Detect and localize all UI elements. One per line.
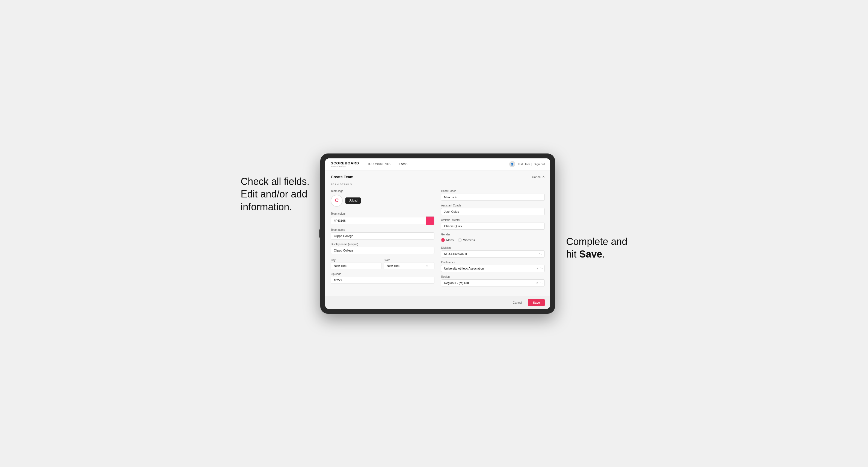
region-select[interactable]: Region II - (M) DIII: [441, 279, 545, 286]
top-cancel-button[interactable]: Cancel ✕: [532, 175, 545, 179]
page-title: Create Team: [331, 175, 353, 179]
state-label: State: [383, 259, 390, 261]
assistant-coach-label: Assistant Coach: [441, 204, 545, 207]
head-coach-group: Head Coach: [441, 190, 545, 201]
gender-label: Gender: [441, 233, 545, 236]
tablet-side-button: [319, 229, 320, 238]
gender-mens-radio[interactable]: [441, 238, 445, 242]
display-name-label: Display name (unique): [331, 243, 434, 246]
conference-group: Conference University Athletic Associati…: [441, 261, 545, 272]
division-select[interactable]: NCAA Division III: [441, 250, 545, 257]
right-line1: Complete and: [566, 236, 627, 247]
state-select[interactable]: New York: [383, 262, 434, 269]
right-period: .: [602, 249, 605, 260]
city-state-row: City State New York: [331, 257, 434, 269]
nav-teams[interactable]: TEAMS: [397, 159, 407, 169]
zip-input[interactable]: [331, 277, 434, 284]
nav-links: TOURNAMENTS TEAMS: [367, 159, 509, 169]
gender-mens-label: Mens: [446, 239, 454, 242]
team-name-input[interactable]: [331, 232, 434, 240]
city-input[interactable]: [331, 262, 381, 269]
head-coach-input[interactable]: [441, 194, 545, 201]
conference-select-wrapper: University Athletic Association ✕ ⌃⌄: [441, 265, 545, 272]
save-button[interactable]: Save: [528, 299, 545, 306]
footer-cancel-button[interactable]: Cancel: [509, 299, 525, 306]
gender-womens-option[interactable]: Womens: [458, 238, 475, 242]
right-bold: Save: [579, 249, 602, 260]
state-group: State New York ✕ ⌃⌄: [383, 257, 434, 269]
gender-womens-radio[interactable]: [458, 238, 462, 242]
team-logo-group: Team logo C Upload: [331, 190, 434, 209]
conference-select[interactable]: University Athletic Association: [441, 265, 545, 272]
team-colour-group: Team colour: [331, 212, 434, 225]
upload-button[interactable]: Upload: [345, 197, 361, 204]
logo-area: C Upload: [331, 195, 434, 207]
navbar-right: 👤 Test User | Sign out: [509, 161, 545, 167]
conference-label: Conference: [441, 261, 545, 264]
colour-swatch[interactable]: [426, 216, 434, 225]
region-group: Region Region II - (M) DIII ✕ ⌃⌄: [441, 275, 545, 286]
section-label: TEAM DETAILS: [331, 183, 545, 186]
head-coach-label: Head Coach: [441, 190, 545, 192]
left-line1: Check all fields.: [241, 176, 309, 187]
tablet-screen: SCOREBOARD Powered by clippd TOURNAMENTS…: [325, 158, 550, 309]
form-footer: Cancel Save: [325, 296, 550, 309]
region-select-wrapper: Region II - (M) DIII ✕ ⌃⌄: [441, 279, 545, 286]
division-select-wrapper: NCAA Division III ⌃⌄: [441, 250, 545, 257]
region-label: Region: [441, 275, 545, 278]
navbar: SCOREBOARD Powered by clippd TOURNAMENTS…: [325, 158, 550, 170]
main-content: Create Team Cancel ✕ TEAM DETAILS: [325, 170, 550, 296]
logo-letter: C: [335, 198, 339, 204]
assistant-coach-input[interactable]: [441, 208, 545, 215]
right-annotation: Complete and hit Save.: [566, 154, 627, 261]
zip-label: Zip code: [331, 273, 434, 276]
zip-code-group: Zip code: [331, 273, 434, 284]
right-line2: hit: [566, 249, 579, 260]
page-header: Create Team Cancel ✕: [331, 175, 545, 179]
close-icon: ✕: [542, 175, 545, 179]
city-state-group: City State New York: [331, 257, 434, 269]
team-name-group: Team name: [331, 228, 434, 240]
brand-name: SCOREBOARD: [331, 161, 359, 165]
user-label: Test User |: [518, 162, 532, 166]
division-label: Division: [441, 246, 545, 249]
gender-womens-label: Womens: [463, 239, 475, 242]
tablet-device: SCOREBOARD Powered by clippd TOURNAMENTS…: [320, 154, 555, 314]
user-avatar: 👤: [509, 161, 515, 167]
form-grid: Team logo C Upload Team colo: [331, 190, 545, 286]
athletic-director-label: Athletic Director: [441, 218, 545, 221]
left-annotation: Check all fields. Edit and/or add inform…: [241, 154, 309, 214]
city-group: City: [331, 257, 381, 269]
nav-tournaments[interactable]: TOURNAMENTS: [367, 159, 391, 169]
gender-mens-option[interactable]: Mens: [441, 238, 454, 242]
gender-row: Mens Womens: [441, 237, 545, 243]
assistant-coach-group: Assistant Coach: [441, 204, 545, 215]
team-colour-input[interactable]: [331, 217, 426, 224]
athletic-director-input[interactable]: [441, 223, 545, 230]
state-select-wrapper: New York ✕ ⌃⌄: [383, 262, 434, 269]
team-logo-label: Team logo: [331, 190, 434, 192]
right-form-column: Head Coach Assistant Coach Athletic Dire…: [441, 190, 545, 286]
team-colour-label: Team colour: [331, 212, 434, 215]
city-label: City: [331, 259, 335, 261]
brand-logo: SCOREBOARD Powered by clippd: [331, 161, 359, 167]
logo-circle: C: [331, 195, 343, 207]
team-name-label: Team name: [331, 228, 434, 231]
sign-out-link[interactable]: Sign out: [534, 162, 545, 166]
left-line2: Edit and/or add: [241, 188, 307, 199]
athletic-director-group: Athletic Director: [441, 218, 545, 230]
colour-input-wrapper: [331, 216, 434, 225]
left-line3: information.: [241, 201, 292, 213]
left-form-column: Team logo C Upload Team colo: [331, 190, 434, 286]
brand-sub: Powered by clippd: [331, 165, 359, 167]
display-name-group: Display name (unique): [331, 243, 434, 254]
gender-group: Gender Mens Womens: [441, 233, 545, 243]
display-name-input[interactable]: [331, 247, 434, 254]
division-group: Division NCAA Division III ⌃⌄: [441, 246, 545, 257]
